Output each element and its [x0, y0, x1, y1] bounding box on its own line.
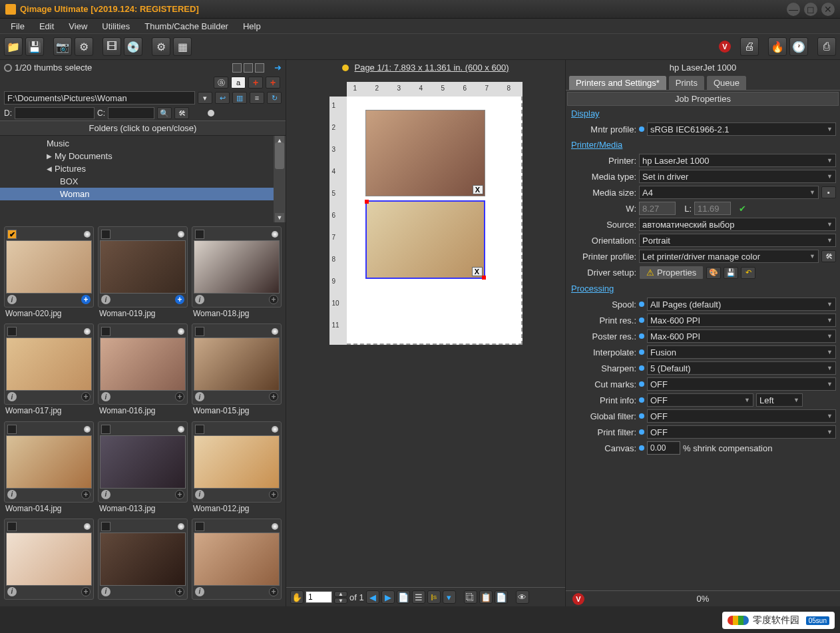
interpolate-select[interactable]: Fusion▼	[647, 345, 836, 359]
thumb-8[interactable]: i+Woman-012.jpg	[192, 421, 282, 515]
poster-res-select[interactable]: Max-600 PPI▼	[647, 329, 836, 343]
v-status-icon[interactable]: V	[572, 593, 584, 605]
info-icon[interactable]: i	[7, 587, 17, 596]
menu-help[interactable]: Help	[236, 20, 268, 33]
info-icon[interactable]: i	[195, 295, 204, 304]
add-plus2-button[interactable]: +	[266, 77, 280, 89]
page-up[interactable]: ▲	[334, 591, 347, 597]
page-info[interactable]: Page 1/1: 7.893 x 11.361 in. (600 x 600)	[354, 63, 509, 73]
maximize-button[interactable]: ◻	[804, 3, 817, 16]
thumb-image[interactable]	[100, 240, 186, 294]
add-icon[interactable]: +	[269, 490, 278, 499]
thumb-1[interactable]: i+Woman-019.jpg	[98, 226, 188, 319]
thumb-image[interactable]	[100, 337, 186, 391]
info-icon[interactable]: i	[101, 295, 110, 304]
path-input[interactable]	[4, 91, 195, 105]
thumb-checkbox[interactable]	[101, 522, 110, 531]
tab-printersandsettings[interactable]: Printers and Settings*	[568, 75, 667, 90]
camera-button[interactable]: 📷	[53, 37, 72, 56]
driver-save[interactable]: 💾	[724, 267, 738, 279]
v-badge-icon[interactable]: V	[719, 41, 731, 53]
monitor-profile-select[interactable]: sRGB IEC61966-2.1▼	[647, 122, 836, 136]
prev-page[interactable]: ◀	[366, 590, 379, 604]
path-dropdown[interactable]: ▾	[198, 92, 212, 104]
view-mode-2[interactable]	[244, 63, 253, 73]
globalfilter-select[interactable]: OFF▼	[647, 409, 836, 423]
save-button[interactable]: 💾	[25, 37, 44, 56]
length-input[interactable]	[694, 202, 731, 215]
add-icon[interactable]: +	[81, 392, 91, 401]
hand-tool[interactable]: ✋	[290, 590, 304, 604]
section-printer-media[interactable]: Printer/Media	[567, 137, 839, 152]
add-icon[interactable]: +	[269, 295, 278, 304]
add-icon[interactable]: +	[81, 295, 91, 304]
info-icon[interactable]: i	[7, 490, 17, 499]
page-number-input[interactable]	[306, 591, 332, 603]
add-icon[interactable]: +	[269, 587, 278, 596]
section-display[interactable]: Display	[567, 106, 839, 121]
thumb-checkbox[interactable]	[101, 230, 110, 239]
select-a-button[interactable]: ⓐ	[214, 77, 228, 89]
thumb-0[interactable]: ✔i+Woman-020.jpg	[4, 226, 94, 319]
thumb-checkbox[interactable]	[7, 425, 17, 434]
open-folder-button[interactable]: 📁	[4, 37, 23, 56]
thumb-10[interactable]: i+	[98, 519, 188, 602]
thumb-2[interactable]: i+Woman-018.jpg	[192, 226, 282, 319]
thumb-checkbox[interactable]	[195, 522, 204, 531]
back-button[interactable]: ↩	[215, 92, 230, 104]
next-page[interactable]: ▶	[381, 590, 395, 604]
select-a2-button[interactable]: a	[231, 77, 246, 89]
thumb-image[interactable]	[6, 240, 92, 294]
add-plus-button[interactable]: +	[248, 77, 263, 89]
drive-c-input[interactable]	[108, 107, 154, 119]
thumb-11[interactable]: i+	[192, 519, 282, 602]
info-icon[interactable]: i	[101, 392, 110, 401]
eye-tool[interactable]: 👁	[516, 590, 529, 604]
cursor-tool[interactable]: IS	[427, 590, 441, 604]
info-icon[interactable]: i	[101, 587, 110, 596]
menu-utilities[interactable]: Utilities	[95, 20, 136, 33]
doc-page[interactable]: 📄	[495, 590, 508, 604]
thumb-checkbox[interactable]	[195, 425, 204, 434]
thumb-checkbox[interactable]	[195, 230, 204, 239]
thumb-checkbox[interactable]: ✔	[7, 230, 17, 239]
menu-view[interactable]: View	[62, 20, 94, 33]
printfilter-select[interactable]: OFF▼	[647, 425, 836, 439]
thumb-7[interactable]: i+Woman-013.jpg	[98, 421, 188, 515]
thumb-image[interactable]	[194, 240, 280, 294]
tree-item-music[interactable]: Music	[0, 137, 286, 150]
tree-item-pictures[interactable]: ◀Pictures	[0, 162, 286, 175]
media-size-options[interactable]: ▪	[821, 186, 836, 198]
tab-prints[interactable]: Prints	[668, 75, 705, 90]
add-icon[interactable]: +	[175, 490, 184, 499]
folders-header[interactable]: Folders (click to open/close)	[0, 120, 286, 136]
thumb-5[interactable]: i+Woman-015.jpg	[192, 323, 282, 417]
source-select[interactable]: автоматический выбор▼	[639, 218, 836, 231]
printinfo-select[interactable]: OFF▼	[647, 393, 753, 407]
view-mode-1[interactable]	[232, 63, 242, 73]
info-icon[interactable]: i	[195, 490, 204, 499]
thumb-checkbox[interactable]	[101, 425, 110, 434]
tools-button[interactable]: 🛠	[174, 107, 189, 119]
layout-button[interactable]: ▦	[173, 37, 192, 56]
driver-undo[interactable]: ↶	[741, 267, 755, 279]
properties-button[interactable]: ⚠Properties	[639, 266, 704, 280]
arrow-right-icon[interactable]: ➜	[274, 63, 282, 73]
scroll-thumb[interactable]	[275, 142, 284, 169]
thumb-image[interactable]	[100, 532, 186, 586]
menu-file[interactable]: File	[4, 20, 31, 33]
section-processing[interactable]: Processing	[567, 281, 839, 296]
clock-button[interactable]: 🕐	[789, 37, 808, 56]
tree-item-mydocuments[interactable]: ▶My Documents	[0, 150, 286, 162]
list-button[interactable]: ≡	[250, 92, 264, 104]
view-mode-3[interactable]	[255, 63, 264, 73]
placed-image-2-selected[interactable]: X	[365, 200, 485, 279]
thumb-image[interactable]	[6, 435, 92, 489]
search-button[interactable]: 🔍	[157, 107, 172, 119]
profile-tools[interactable]: 🛠	[821, 250, 836, 262]
thumb-checkbox[interactable]	[195, 327, 204, 336]
camera-settings-button[interactable]: ⚙	[75, 37, 93, 56]
tree-scrollbar[interactable]: ▲ ▼	[274, 136, 286, 222]
minimize-button[interactable]: —	[787, 3, 800, 16]
printer-select[interactable]: hp LaserJet 1000▼	[639, 154, 836, 167]
